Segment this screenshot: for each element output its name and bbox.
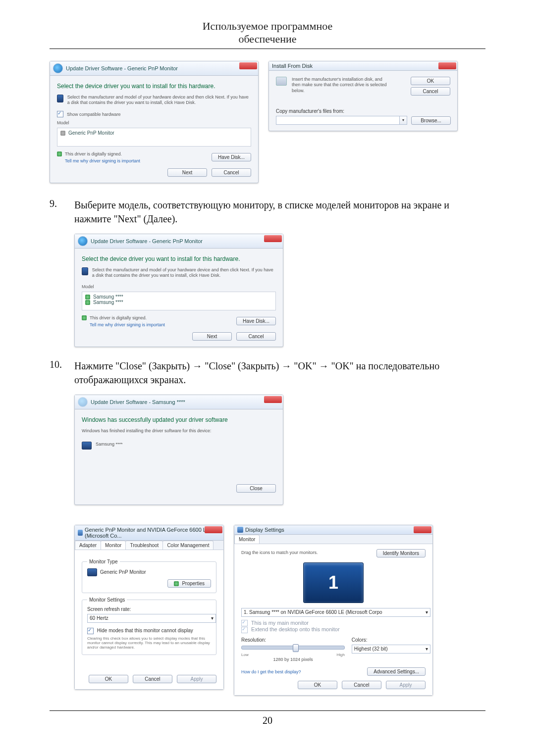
show-compatible-label: Show compatible hardware	[67, 112, 121, 117]
why-signing-link[interactable]: Tell me why driver signing is important	[65, 158, 140, 163]
show-compatible-checkbox[interactable]	[57, 111, 63, 117]
apply-button[interactable]: Apply	[177, 675, 216, 683]
close-icon[interactable]	[264, 235, 282, 242]
extend-desktop-label: Extend the desktop onto this monitor	[251, 626, 340, 632]
install-message: Insert the manufacturer's installation d…	[292, 77, 391, 94]
why-signing-link[interactable]: Tell me why driver signing is important	[90, 322, 165, 327]
list-item[interactable]: Samsung ****	[85, 300, 272, 305]
tab-bar: Monitor	[234, 535, 432, 544]
header-underline	[50, 49, 485, 49]
close-icon[interactable]	[264, 396, 282, 403]
chevron-down-icon[interactable]: ▾	[400, 116, 407, 125]
model-item-label: Samsung ****	[93, 294, 123, 300]
tab-adapter[interactable]: Adapter	[75, 541, 101, 550]
header-line1: Используемое программное	[50, 20, 485, 33]
model-column-header: Model	[82, 284, 276, 290]
next-button[interactable]: Next	[167, 168, 207, 177]
colors-select[interactable]: Highest (32 bit) ▾	[352, 645, 430, 654]
copy-path-combo[interactable]: ▾	[276, 116, 407, 125]
monitor-icon	[87, 568, 97, 576]
monitor-name: Generic PnP Monitor	[100, 569, 146, 575]
ok-button[interactable]: OK	[298, 681, 337, 689]
tab-color-management[interactable]: Color Management	[162, 541, 214, 550]
slider-low-label: Low	[241, 653, 249, 657]
monitor-properties-dialog: Generic PnP Monitor and NVIDIA GeForce 6…	[74, 525, 224, 690]
step-text: Нажмите "Close" (Закрыть) → "Close" (Зак…	[74, 359, 485, 387]
tab-monitor[interactable]: Monitor	[234, 535, 260, 544]
identify-monitors-button[interactable]: Identify Monitors	[376, 549, 426, 557]
ok-button[interactable]: OK	[89, 675, 128, 683]
shield-icon	[57, 151, 62, 156]
best-display-link[interactable]: How do I get the best display?	[241, 669, 301, 674]
extend-desktop-checkbox	[241, 627, 248, 633]
close-icon[interactable]	[414, 526, 431, 533]
window-icon	[78, 530, 83, 536]
close-icon[interactable]	[239, 62, 257, 69]
breadcrumb-text: Update Driver Software - Samsung ****	[91, 399, 185, 405]
cancel-button[interactable]: Cancel	[342, 681, 381, 689]
next-button[interactable]: Next	[192, 332, 232, 341]
update-driver-dialog-1: Update Driver Software - Generic PnP Mon…	[50, 61, 259, 183]
tab-troubleshoot[interactable]: Troubleshoot	[125, 541, 163, 550]
step-10: 10. Нажмите "Close" (Закрыть) → "Close" …	[50, 359, 485, 387]
cancel-button[interactable]: Cancel	[133, 675, 172, 683]
have-disk-button[interactable]: Have Disk...	[212, 153, 251, 161]
browse-button[interactable]: Browse...	[411, 116, 451, 125]
resolution-value: 1280 by 1024 pixels	[241, 657, 345, 662]
back-icon[interactable]	[78, 236, 88, 246]
close-button[interactable]: Close	[236, 484, 276, 493]
model-listbox[interactable]: Samsung **** Samsung ****	[82, 292, 276, 310]
monitor-select[interactable]: 1. Samsung **** on NVIDIA GeForce 6600 L…	[241, 608, 430, 617]
dialog-instruction: Select the manufacturer and model of you…	[67, 95, 251, 106]
cancel-button[interactable]: Cancel	[411, 87, 450, 96]
monitor-settings-legend: Monitor Settings	[87, 597, 127, 603]
monitor-preview-number: 1	[328, 572, 338, 593]
success-subtext: Windows has finished installing the driv…	[82, 428, 276, 434]
install-from-disk-dialog: Install From Disk Insert the manufacture…	[268, 61, 458, 131]
close-icon[interactable]	[205, 526, 222, 533]
shield-icon	[174, 581, 179, 586]
model-item-label: Generic PnP Monitor	[68, 130, 114, 136]
titlebar-text: Generic PnP Monitor and NVIDIA GeForce 6…	[85, 527, 220, 539]
cancel-button[interactable]: Cancel	[212, 168, 251, 177]
main-monitor-checkbox	[241, 620, 248, 626]
titlebar-text: Display Settings	[245, 527, 284, 533]
advanced-settings-button[interactable]: Advanced Settings...	[367, 667, 426, 676]
close-icon[interactable]	[438, 62, 456, 69]
properties-button[interactable]: Properties	[167, 579, 211, 588]
hide-modes-description: Clearing this check box allows you to se…	[87, 636, 211, 650]
monitor-icon	[82, 442, 92, 450]
tab-monitor[interactable]: Monitor	[101, 541, 126, 550]
update-driver-success-dialog: Update Driver Software - Samsung **** Wi…	[74, 395, 283, 505]
back-icon	[78, 397, 88, 407]
model-column-header: Model	[57, 120, 251, 126]
drag-instruction: Drag the icons to match your monitors.	[241, 550, 318, 555]
back-icon[interactable]	[53, 63, 63, 73]
chevron-down-icon: ▾	[211, 615, 214, 621]
hide-modes-checkbox[interactable]	[87, 628, 94, 634]
refresh-rate-select[interactable]: 60 Hertz ▾	[87, 614, 216, 623]
model-listbox[interactable]: Generic PnP Monitor	[57, 128, 251, 147]
cancel-button[interactable]: Cancel	[236, 332, 276, 341]
page-header: Используемое программное обеспечение	[50, 20, 485, 46]
dialog-title: Select the device driver you want to ins…	[82, 255, 276, 262]
dialog-titlebar: Display Settings	[234, 525, 432, 535]
header-line2: обеспечение	[50, 33, 485, 46]
list-item[interactable]: Generic PnP Monitor	[60, 130, 248, 136]
monitor-preview-1[interactable]: 1	[303, 562, 364, 603]
apply-button[interactable]: Apply	[386, 681, 426, 689]
dialog-title: Windows has successfully updated your dr…	[82, 416, 276, 423]
model-item-label: Samsung ****	[93, 300, 123, 305]
copy-path-input[interactable]	[276, 116, 400, 125]
disk-icon	[276, 77, 287, 86]
dialog-titlebar: Generic PnP Monitor and NVIDIA GeForce 6…	[75, 525, 223, 541]
list-item[interactable]: Samsung ****	[85, 294, 272, 300]
breadcrumb-text: Update Driver Software - Generic PnP Mon…	[66, 65, 178, 71]
chevron-down-icon: ▾	[426, 609, 428, 615]
step-text: Выберите модель, соответствующую монитор…	[74, 198, 485, 226]
display-settings-dialog: Display Settings Monitor Drag the icons …	[234, 525, 433, 696]
have-disk-button[interactable]: Have Disk...	[236, 317, 276, 325]
ok-button[interactable]: OK	[411, 77, 450, 85]
resolution-slider[interactable]	[241, 646, 345, 650]
slider-thumb[interactable]	[293, 644, 299, 652]
